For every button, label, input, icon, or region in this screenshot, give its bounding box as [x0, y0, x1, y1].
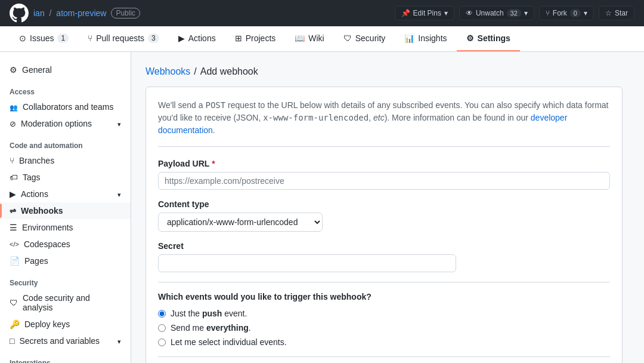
radio-just-push-input[interactable]	[158, 310, 166, 318]
sidebar-item-moderation[interactable]: Moderation options	[0, 115, 131, 132]
sidebar-item-codespaces[interactable]: </> Codespaces	[0, 236, 131, 253]
tab-insights[interactable]: 📊 Insights	[395, 26, 456, 51]
chevron-down-icon: ▾	[444, 9, 448, 17]
events-radio-group: Just the push event. Send me everything.…	[158, 309, 610, 347]
tab-actions[interactable]: ▶ Actions	[169, 26, 225, 51]
required-star: *	[212, 159, 215, 168]
projects-icon: ⊞	[235, 33, 242, 43]
secret-icon: □	[10, 336, 14, 346]
visibility-badge: Public	[111, 8, 140, 19]
tab-issues[interactable]: ⊙ Issues 1	[10, 26, 78, 51]
sidebar-item-webhooks[interactable]: ⇌ Webhooks	[0, 202, 131, 219]
tab-security[interactable]: 🛡 Security	[334, 26, 395, 51]
repo-owner-link[interactable]: ian	[33, 8, 45, 18]
sidebar-item-tags[interactable]: 🏷 Tags	[0, 169, 131, 186]
edit-pins-button[interactable]: 📌 Edit Pins ▾	[395, 6, 454, 20]
topbar: ian / atom-preview Public 📌 Edit Pins ▾ …	[0, 0, 644, 26]
secret-group: Secret	[158, 241, 610, 272]
key-icon: 🔑	[10, 319, 20, 329]
eye-icon: 👁	[466, 9, 473, 17]
nav-tabs: ⊙ Issues 1 ⑂ Pull requests 3 ▶ Actions ⊞…	[0, 26, 644, 52]
radio-individual-input[interactable]	[158, 339, 166, 346]
star-icon: ☆	[605, 9, 612, 17]
git-branch-icon: ⑂	[10, 156, 14, 165]
webhook-icon: ⇌	[10, 207, 16, 216]
gear-icon	[10, 65, 17, 75]
github-logo-icon	[10, 4, 29, 23]
events-section-title: Which events would you like to trigger t…	[158, 292, 610, 302]
payload-url-label: Payload URL *	[158, 159, 610, 168]
tab-pull-requests[interactable]: ⑂ Pull requests 3	[78, 26, 169, 51]
repo-name-link[interactable]: atom-preview	[56, 8, 106, 18]
sidebar-item-environments[interactable]: ☰ Environments	[0, 219, 131, 236]
card-description: We'll send a POST request to the URL bel…	[158, 99, 610, 147]
fork-icon: ⑂	[546, 9, 550, 17]
pin-icon: 📌	[401, 9, 410, 17]
unwatch-button[interactable]: 👁 Unwatch 32 ▾	[459, 6, 534, 20]
fork-button[interactable]: ⑂ Fork 0 ▾	[539, 6, 594, 20]
layout: General Access Collaborators and teams M…	[0, 52, 644, 363]
pull-request-icon: ⑂	[88, 33, 92, 43]
sidebar-item-general[interactable]: General	[0, 61, 131, 78]
payload-url-input[interactable]	[158, 172, 610, 190]
radio-just-push[interactable]: Just the push event.	[158, 309, 610, 318]
star-button[interactable]: ☆ Star	[599, 6, 634, 20]
tab-wiki[interactable]: 📖 Wiki	[285, 26, 333, 51]
sidebar-item-actions[interactable]: ▶ Actions	[0, 186, 131, 202]
sidebar: General Access Collaborators and teams M…	[0, 52, 131, 363]
form-divider	[158, 282, 610, 282]
chevron-down-icon-actions	[117, 189, 121, 199]
tab-projects[interactable]: ⊞ Projects	[225, 26, 286, 51]
actions-icon: ▶	[178, 33, 185, 43]
actions-sidebar-icon: ▶	[10, 189, 16, 199]
sidebar-item-pages[interactable]: 📄 Pages	[0, 253, 131, 269]
topbar-right: 📌 Edit Pins ▾ 👁 Unwatch 32 ▾ ⑂ Fork 0 ▾ …	[395, 6, 634, 20]
shield-icon: 🛡	[10, 298, 18, 307]
breadcrumb-current: Add webhook	[200, 66, 258, 77]
security-icon: 🛡	[343, 33, 352, 43]
chevron-down-icon-watch: ▾	[524, 9, 528, 17]
repo-path: ian / atom-preview	[33, 8, 106, 18]
sidebar-section-security: Security	[0, 269, 131, 290]
form-divider-2	[158, 356, 610, 357]
sidebar-item-deploy-keys[interactable]: 🔑 Deploy keys	[0, 316, 131, 333]
environments-icon: ☰	[10, 223, 17, 232]
sidebar-item-code-security[interactable]: 🛡 Code security and analysis	[0, 290, 131, 316]
content-type-label: Content type	[158, 199, 610, 209]
webhooks-breadcrumb-link[interactable]: Webhooks	[145, 66, 190, 77]
wiki-icon: 📖	[295, 33, 305, 43]
payload-url-group: Payload URL *	[158, 159, 610, 190]
webhook-form-card: We'll send a POST request to the URL bel…	[145, 87, 623, 363]
chevron-down-icon-fork: ▾	[584, 9, 587, 17]
breadcrumb: Webhooks / Add webhook	[145, 66, 630, 77]
sidebar-item-branches[interactable]: ⑂ Branches	[0, 152, 131, 169]
issues-count: 1	[57, 33, 69, 43]
content-type-select[interactable]: application/x-www-form-urlencoded applic…	[158, 213, 323, 232]
main-content: Webhooks / Add webhook We'll send a POST…	[131, 52, 644, 363]
tag-icon: 🏷	[10, 173, 18, 182]
sidebar-item-collaborators[interactable]: Collaborators and teams	[0, 99, 131, 115]
chevron-down-icon-secrets	[117, 336, 121, 346]
pages-icon: 📄	[10, 256, 20, 266]
people-icon	[10, 102, 18, 112]
radio-individual[interactable]: Let me select individual events.	[158, 337, 610, 347]
moderation-icon	[10, 119, 16, 128]
radio-everything-input[interactable]	[158, 324, 166, 332]
sidebar-section-access: Access	[0, 78, 131, 99]
content-type-group: Content type application/x-www-form-urle…	[158, 199, 610, 232]
insights-icon: 📊	[404, 33, 414, 43]
sidebar-item-secrets[interactable]: □ Secrets and variables	[0, 333, 131, 349]
path-separator: /	[49, 8, 52, 18]
pr-count: 3	[148, 33, 159, 43]
breadcrumb-separator: /	[194, 66, 196, 77]
sidebar-section-code-automation: Code and automation	[0, 132, 131, 152]
tab-settings[interactable]: ⚙ Settings	[457, 26, 520, 51]
settings-icon: ⚙	[466, 33, 474, 43]
radio-everything[interactable]: Send me everything.	[158, 323, 610, 333]
secret-label: Secret	[158, 241, 610, 251]
fork-count: 0	[570, 9, 581, 17]
issues-icon: ⊙	[19, 33, 26, 43]
sidebar-section-integrations: Integrations	[0, 349, 131, 363]
chevron-down-icon	[117, 119, 121, 128]
secret-input[interactable]	[158, 254, 456, 272]
